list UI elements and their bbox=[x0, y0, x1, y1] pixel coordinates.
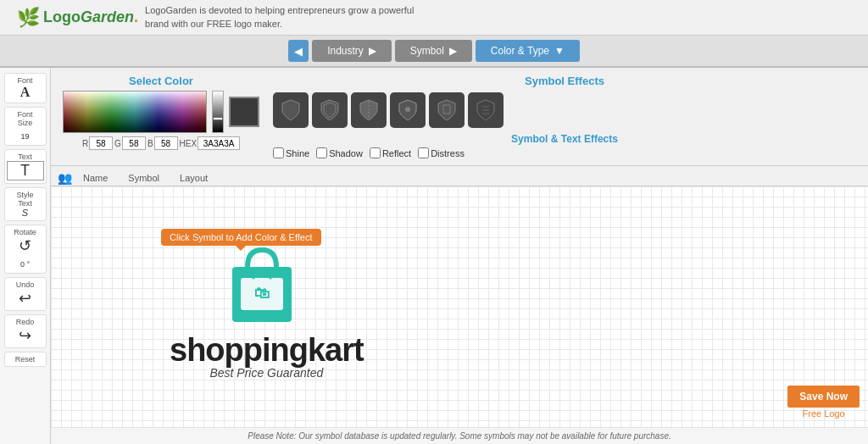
select-color-title: Select Color bbox=[129, 75, 193, 87]
redo-label: Redo bbox=[7, 318, 44, 326]
symbol-effects-title: Symbol Effects bbox=[273, 75, 856, 87]
slider-thumb bbox=[213, 117, 223, 120]
color-type-label: Color & Type bbox=[491, 45, 549, 57]
canvas-footer-note: Please Note: Our symbol database is upda… bbox=[51, 427, 868, 444]
logo-area: 🌿 LogoGarden. LogoGarden is devoted to h… bbox=[17, 4, 416, 31]
hex-input[interactable] bbox=[198, 136, 240, 150]
svg-text:🛍: 🛍 bbox=[254, 285, 270, 302]
tab-people-icon: 👥 bbox=[58, 171, 72, 185]
canvas-tabs: 👥 Name Symbol Layout bbox=[51, 166, 868, 186]
text-icon: T bbox=[7, 161, 44, 180]
logo-image: 🌿 LogoGarden. bbox=[17, 7, 138, 29]
r-label: R bbox=[82, 139, 88, 148]
reflect-checkbox-item: Reflect bbox=[370, 147, 411, 158]
symbol-button[interactable]: Symbol ▶ bbox=[395, 40, 472, 62]
color-gradient-picker[interactable] bbox=[63, 91, 207, 133]
effect-badge-2[interactable] bbox=[312, 92, 348, 128]
text-effects-section: Symbol & Text Effects Shine Shadow Re bbox=[273, 133, 856, 158]
text-effects-checkboxes: Shine Shadow Reflect Distress bbox=[273, 147, 856, 158]
tab-layout[interactable]: Layout bbox=[170, 169, 217, 186]
b-label: B bbox=[147, 139, 153, 148]
text-tool[interactable]: Text T bbox=[4, 149, 47, 184]
logo-symbol[interactable]: 🛍 bbox=[224, 237, 309, 334]
distress-checkbox-item: Distress bbox=[418, 147, 465, 158]
rotate-value: 0 ° bbox=[20, 260, 30, 269]
redo-icon: ↪ bbox=[7, 326, 44, 345]
hex-label: HEX bbox=[180, 139, 198, 148]
industry-label: Industry bbox=[327, 45, 364, 57]
shadow-checkbox[interactable] bbox=[316, 147, 327, 158]
color-picker-area bbox=[63, 91, 259, 133]
reflect-label: Reflect bbox=[382, 148, 411, 158]
style-text-label: StyleText bbox=[7, 191, 44, 208]
navbar: ◀ Industry ▶ Symbol ▶ Color & Type ▼ bbox=[0, 36, 868, 68]
industry-button[interactable]: Industry ▶ bbox=[312, 40, 392, 62]
b-input[interactable] bbox=[154, 136, 178, 150]
canvas-area[interactable]: Click Symbol to Add Color & Effect bbox=[51, 186, 868, 427]
main-area: Font A FontSize 19 Text T StyleText S Ro… bbox=[0, 68, 868, 444]
r-input[interactable] bbox=[89, 136, 113, 150]
rotate-icon: ↺ bbox=[7, 236, 44, 255]
effect-badge-3[interactable] bbox=[351, 92, 387, 128]
color-section: Select Color R bbox=[63, 75, 259, 150]
rotate-label: Rotate bbox=[7, 228, 44, 236]
header-tagline: LogoGarden is devoted to helping entrepr… bbox=[145, 4, 416, 31]
symbol-effects-row bbox=[273, 92, 856, 128]
color-brightness-slider[interactable] bbox=[212, 91, 224, 133]
font-tool[interactable]: Font A bbox=[4, 73, 47, 103]
font-label: Font bbox=[7, 76, 44, 85]
sidebar: Font A FontSize 19 Text T StyleText S Ro… bbox=[0, 68, 51, 444]
g-input-group: G bbox=[114, 136, 146, 150]
reflect-checkbox[interactable] bbox=[370, 147, 381, 158]
shine-checkbox[interactable] bbox=[273, 147, 284, 158]
color-inputs: R G B HEX bbox=[82, 136, 240, 150]
style-text-tool[interactable]: StyleText S bbox=[4, 187, 47, 221]
color-type-button[interactable]: Color & Type ▼ bbox=[476, 40, 580, 62]
undo-tool[interactable]: Undo ↩ bbox=[4, 277, 47, 311]
svg-point-0 bbox=[405, 107, 410, 112]
shine-checkbox-item: Shine bbox=[273, 147, 309, 158]
reset-tool[interactable]: Reset bbox=[4, 352, 47, 367]
distress-checkbox[interactable] bbox=[418, 147, 429, 158]
effect-badge-5[interactable] bbox=[429, 92, 465, 128]
font-size-tool[interactable]: FontSize 19 bbox=[4, 107, 47, 146]
b-input-group: B bbox=[147, 136, 178, 150]
shadow-checkbox-item: Shadow bbox=[316, 147, 363, 158]
top-panel: Select Color R bbox=[51, 68, 868, 166]
header: 🌿 LogoGarden. LogoGarden is devoted to h… bbox=[0, 0, 868, 36]
industry-arrow-icon: ▶ bbox=[369, 45, 376, 57]
text-effects-title: Symbol & Text Effects bbox=[273, 133, 856, 145]
redo-tool[interactable]: Redo ↪ bbox=[4, 314, 47, 348]
symbol-arrow-icon: ▶ bbox=[449, 45, 457, 57]
effect-badge-4[interactable] bbox=[390, 92, 426, 128]
font-size-value: 19 bbox=[20, 132, 29, 141]
tab-symbol[interactable]: Symbol bbox=[119, 169, 169, 186]
shine-label: Shine bbox=[286, 148, 309, 158]
style-text-icon: S bbox=[7, 208, 44, 218]
hex-input-group: HEX bbox=[180, 136, 241, 150]
brand-name-text: shoppingkart bbox=[170, 334, 364, 366]
undo-icon: ↩ bbox=[7, 289, 44, 308]
effect-badge-1[interactable] bbox=[273, 92, 309, 128]
content-area: Select Color R bbox=[51, 68, 868, 444]
free-logo-text: Free Logo bbox=[803, 408, 845, 419]
symbol-label: Symbol bbox=[410, 45, 444, 57]
distress-label: Distress bbox=[431, 148, 465, 158]
effects-section: Symbol Effects bbox=[273, 75, 856, 158]
rotate-tool[interactable]: Rotate ↺ 0 ° bbox=[4, 225, 47, 274]
reset-label: Reset bbox=[7, 355, 44, 364]
font-size-label: FontSize bbox=[7, 110, 44, 127]
effect-badge-6[interactable] bbox=[468, 92, 504, 128]
save-now-button[interactable]: Save Now bbox=[787, 386, 860, 408]
logo-display: 🛍 shoppingkart Best Price Guaranted bbox=[170, 237, 364, 380]
font-icon: A bbox=[7, 85, 44, 100]
logo-name-text: Logo bbox=[43, 8, 81, 25]
color-type-dropdown-icon: ▼ bbox=[554, 45, 565, 57]
color-swatch bbox=[229, 97, 259, 127]
shadow-label: Shadow bbox=[329, 148, 363, 158]
back-arrow-button[interactable]: ◀ bbox=[288, 40, 309, 62]
tab-name[interactable]: Name bbox=[74, 169, 117, 186]
r-input-group: R bbox=[82, 136, 113, 150]
g-input[interactable] bbox=[122, 136, 146, 150]
text-label: Text bbox=[7, 153, 44, 161]
